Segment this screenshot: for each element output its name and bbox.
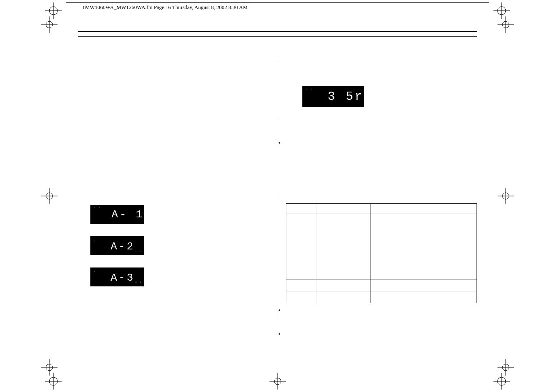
table-cell [286,279,316,291]
column-divider [278,120,477,140]
table-header [286,204,316,214]
right-column: ⋮⋮ 3 5r [286,45,477,388]
table-header [371,204,477,214]
table-cell [316,214,371,279]
segment-display: ⋮⋮ A- 1 [90,205,144,224]
bullet-item [286,331,477,337]
column-divider [278,339,477,388]
segment-text: A- 1 [112,208,144,221]
segment-dots-icon: ⋮⋮ [134,280,144,285]
segment-text: 3 5r [327,90,364,104]
top-rule-thick [78,31,477,32]
crop-mark-icon [497,188,514,204]
segment-text: A-2 [111,240,135,253]
left-column: ⋮⋮ A- 1 ⋮ A-2 ⋮⋮ ⋮ A-3 ⋮⋮ [78,45,269,388]
table-cell [371,291,477,303]
top-rule-thin [78,36,477,37]
segment-dots-icon: ⋮⋮ [305,86,315,90]
column-divider [278,45,477,61]
column-divider [278,146,477,195]
page-body: ⋮⋮ A- 1 ⋮ A-2 ⋮⋮ ⋮ A-3 ⋮⋮ [78,25,477,367]
header-note: TMW1060WA_MW1260WA.fm Page 16 Thursday, … [80,4,249,11]
info-table [286,203,477,303]
crop-mark-icon [497,16,514,33]
table-cell [316,291,371,303]
bullet-item [286,140,477,146]
segment-display: ⋮⋮ 3 5r [302,86,364,107]
segment-dots-icon: ⋮ [93,238,98,242]
crop-mark-icon [497,359,514,376]
table-cell [371,279,477,291]
crop-mark-icon [41,188,58,204]
crop-mark-icon [41,16,58,33]
segment-dots-icon: ⋮⋮ [93,205,103,210]
table-cell [286,291,316,303]
table-cell [286,214,316,279]
segment-dots-icon: ⋮ [93,269,98,274]
table-cell [316,279,371,291]
table-cell [371,214,477,279]
segment-text: A-3 [111,272,135,284]
header-rule [66,2,489,3]
segment-display: ⋮ A-2 ⋮⋮ [90,236,144,255]
column-divider [278,315,477,327]
table-header [316,204,371,214]
segment-dots-icon: ⋮⋮ [134,249,144,254]
bullet-item [286,307,477,313]
crop-mark-icon [41,359,58,376]
segment-display: ⋮ A-3 ⋮⋮ [90,267,144,286]
